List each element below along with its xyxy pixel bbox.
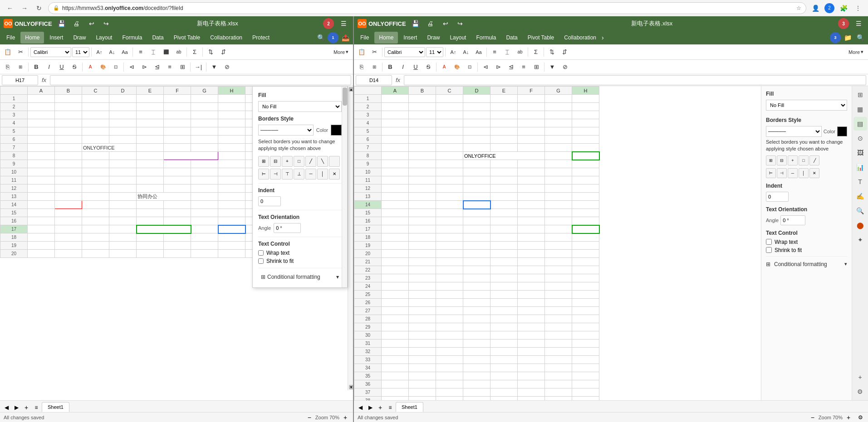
popup-scrollbar[interactable]	[342, 87, 347, 287]
left-tb2-alignj[interactable]: ≡	[164, 61, 176, 73]
left-tb2-filter2[interactable]: ⊘	[221, 61, 233, 73]
left-tb2-underline[interactable]: U	[56, 61, 68, 73]
left-add-sheet-btn[interactable]: +	[22, 403, 31, 412]
right-tb-incfont[interactable]: A↑	[447, 46, 459, 58]
right-tb2-bold[interactable]: B	[384, 61, 396, 73]
left-more-btn[interactable]: More ▾	[331, 46, 351, 58]
right-tb-valign[interactable]: ⌶	[501, 46, 513, 58]
right-undo-btn[interactable]: ↩	[440, 19, 451, 29]
popup-angle-input[interactable]	[274, 223, 301, 233]
green-selected-cell[interactable]	[137, 225, 191, 233]
left-tb-paste[interactable]: 📋	[2, 46, 14, 58]
right-tb-autofit[interactable]: Aa	[473, 46, 485, 58]
left-sheet-tab-1[interactable]: Sheet1	[42, 402, 69, 412]
border-h-inside-btn[interactable]: ─	[305, 169, 316, 179]
border-all-btn[interactable]: ⊞	[258, 156, 269, 167]
right-tb-decfont[interactable]: A↓	[460, 46, 472, 58]
scroll-up-btn[interactable]: ▲	[349, 87, 353, 92]
ri-cell-settings-btn[interactable]: ⊞	[853, 88, 867, 102]
left-menu-insert[interactable]: Insert	[45, 32, 68, 44]
scroll-down-btn[interactable]: ▼	[349, 385, 353, 389]
popup-fill-select[interactable]: No Fill	[258, 101, 342, 112]
right-next-sheet-btn[interactable]: ▶	[366, 403, 375, 412]
left-tb-sum[interactable]: Σ	[189, 46, 201, 58]
rp-border-all[interactable]: ⊞	[766, 155, 776, 165]
border-diag2-btn[interactable]: ╲	[317, 156, 328, 167]
right-tb-paste[interactable]: 📋	[356, 46, 368, 58]
left-tb2-bold[interactable]: B	[30, 61, 42, 73]
right-font-select[interactable]: Calibri	[384, 47, 425, 57]
rp-shrink-checkbox[interactable]	[766, 247, 772, 253]
rp-color-swatch[interactable]	[837, 126, 847, 136]
right-green-h17[interactable]	[572, 225, 599, 233]
right-tb2-fontcolor[interactable]: A	[438, 61, 450, 73]
border-left-btn[interactable]: ⊢	[258, 169, 269, 179]
right-menu-draw[interactable]: Draw	[422, 32, 444, 44]
left-cell-ref[interactable]	[2, 75, 38, 85]
left-menu-draw[interactable]: Draw	[69, 32, 90, 44]
right-redo-btn[interactable]: ↪	[454, 19, 466, 29]
rp-border-diag1[interactable]: ╱	[809, 155, 819, 165]
right-more-btn[interactable]: More ▾	[846, 46, 866, 58]
right-tb2-fillcolor[interactable]: 🎨	[451, 61, 463, 73]
popup-indent-input[interactable]	[258, 196, 281, 206]
left-tb2-alignl[interactable]: ⊲	[126, 61, 137, 73]
left-tb2-indent[interactable]: →|	[192, 61, 204, 73]
border-right-btn[interactable]: ⊣	[270, 169, 281, 179]
forward-button[interactable]: →	[19, 3, 30, 14]
right-tb2-strike[interactable]: S	[422, 61, 434, 73]
right-menu-file[interactable]: File	[356, 32, 373, 44]
rp-angle-input[interactable]	[780, 215, 805, 225]
right-zoom-in-btn[interactable]: +	[844, 413, 853, 422]
left-tb2-border[interactable]: ⊡	[110, 61, 122, 73]
right-settings-btn[interactable]: ⚙	[856, 413, 864, 422]
right-prev-sheet-btn[interactable]: ◀	[356, 403, 365, 412]
rp-border-v[interactable]: │	[799, 168, 809, 178]
right-menu-pivot[interactable]: Pivot Table	[523, 32, 559, 44]
ri-pivot-btn[interactable]: ⊙	[853, 131, 867, 145]
right-font-size[interactable]: 11	[426, 47, 443, 57]
left-menu-protect[interactable]: Protect	[248, 32, 274, 44]
right-green-cell-8h[interactable]	[572, 152, 599, 160]
right-save-btn[interactable]: 💾	[410, 19, 422, 29]
rp-wrap-checkbox[interactable]	[766, 239, 772, 245]
ri-search2-btn[interactable]: 🔍	[853, 204, 867, 218]
left-font-select[interactable]: Calibri	[30, 47, 71, 57]
left-tb-decfont[interactable]: A↓	[106, 46, 118, 58]
right-menu-insert[interactable]: Insert	[399, 32, 422, 44]
border-box-btn[interactable]: □	[294, 156, 304, 167]
rp-border-inside[interactable]: ⊟	[777, 155, 787, 165]
rp-border-right[interactable]: ⊣	[777, 168, 787, 178]
border-empty-btn[interactable]	[329, 156, 340, 167]
popup-shrink-checkbox[interactable]	[258, 258, 264, 264]
ri-text-btn[interactable]: T	[853, 175, 867, 189]
left-menu-home[interactable]: Home	[20, 32, 44, 44]
left-tb-halign[interactable]: ≡	[135, 46, 147, 58]
ri-format-btn[interactable]: ▤	[853, 117, 867, 131]
left-tb2-fontcolor[interactable]: A	[84, 61, 96, 73]
ri-config-btn[interactable]: ⚙	[853, 385, 867, 398]
right-tb2-border[interactable]: ⊡	[464, 61, 476, 73]
popup-wrap-checkbox[interactable]	[258, 250, 264, 256]
right-tb-cut[interactable]: ✂	[368, 46, 380, 58]
right-list-sheets-btn[interactable]: ≡	[386, 403, 395, 412]
left-tb-halign2[interactable]: ⬛	[160, 46, 172, 58]
rp-border-select[interactable]: ─────	[766, 126, 822, 137]
rp-border-h[interactable]: ─	[788, 168, 798, 178]
left-list-sheets-btn[interactable]: ≡	[32, 403, 41, 412]
right-tb-sum[interactable]: Σ	[530, 46, 542, 58]
border-top-btn[interactable]: ⊤	[282, 169, 293, 179]
left-menu-formula[interactable]: Formula	[118, 32, 147, 44]
right-tb2-italic[interactable]: I	[397, 61, 409, 73]
purple-border-cell[interactable]	[164, 152, 218, 160]
left-menu-data[interactable]: Data	[147, 32, 168, 44]
right-menu-formula[interactable]: Formula	[471, 32, 500, 44]
right-selected-d14[interactable]	[463, 201, 490, 209]
right-tb-textdir[interactable]: ab	[514, 46, 526, 58]
border-diag1-btn[interactable]: ╱	[305, 156, 316, 167]
left-tb2-alignr[interactable]: ⊴	[151, 61, 163, 73]
left-tb2-fillcolor[interactable]: 🎨	[97, 61, 109, 73]
right-cell-ref[interactable]	[356, 75, 392, 85]
right-tb2-underline[interactable]: U	[410, 61, 422, 73]
left-share-btn[interactable]: 📤	[339, 33, 351, 43]
